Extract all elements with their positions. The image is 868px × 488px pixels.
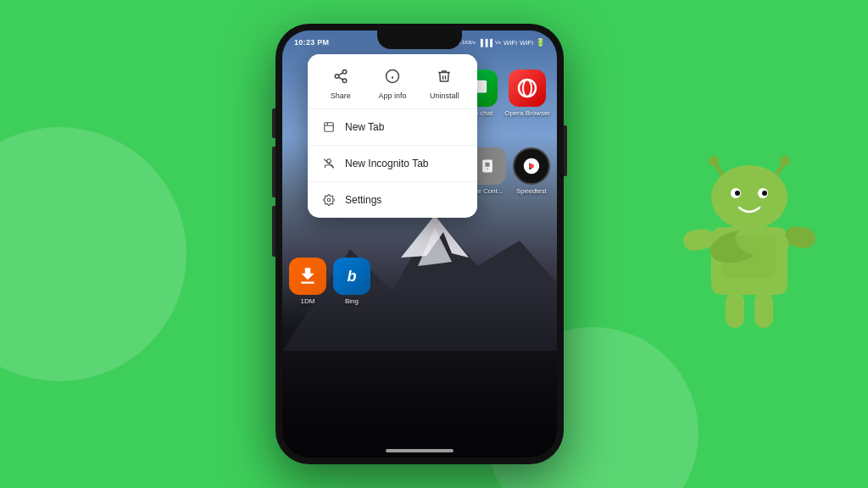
svg-point-23 xyxy=(780,156,790,166)
svg-point-8 xyxy=(342,79,347,83)
app-label-opera: Opera Browser xyxy=(504,109,550,117)
new-incognito-item[interactable]: New Incognito Tab xyxy=(308,146,477,182)
context-menu-items: New Tab New Incognito Tab Settings xyxy=(308,109,477,218)
svg-point-5 xyxy=(529,164,534,169)
app-item-1dm[interactable]: 1DM xyxy=(289,258,326,305)
context-menu: Share App info Uninstall xyxy=(308,54,477,218)
app-item-bing[interactable]: b Bing xyxy=(333,258,370,305)
svg-point-19 xyxy=(327,198,331,202)
speedtest-icon xyxy=(513,147,550,185)
wifi-2: WiFi xyxy=(520,39,533,47)
uninstall-label: Uninstall xyxy=(430,92,459,100)
home-indicator[interactable] xyxy=(386,449,453,452)
new-tab-item[interactable]: New Tab xyxy=(308,109,477,146)
svg-rect-30 xyxy=(682,227,715,252)
svg-point-27 xyxy=(735,191,740,196)
app-label-speedtest: Speedtest xyxy=(516,187,547,195)
app-label-bing: Bing xyxy=(345,297,359,305)
share-label: Share xyxy=(331,92,351,100)
app-label-1dm: 1DM xyxy=(301,297,315,305)
new-tab-icon xyxy=(321,119,337,135)
svg-point-6 xyxy=(342,70,347,75)
battery-icon: 🔋 xyxy=(536,38,545,47)
bing-icon: b xyxy=(333,258,370,295)
settings-item[interactable]: Settings xyxy=(308,182,477,218)
settings-icon xyxy=(321,192,337,208)
svg-line-10 xyxy=(338,73,342,75)
volume-down-button xyxy=(272,147,275,197)
info-icon xyxy=(381,64,404,88)
power-button xyxy=(564,125,567,176)
svg-rect-34 xyxy=(726,292,744,328)
svg-point-7 xyxy=(335,75,339,79)
app-row-3: 1DM b Bing xyxy=(282,251,557,312)
app-item-speedtest[interactable]: Speedtest xyxy=(513,147,550,195)
context-top-bar: Share App info Uninstall xyxy=(308,54,477,109)
volume-up-button xyxy=(272,108,275,138)
svg-line-9 xyxy=(338,77,342,80)
svg-point-3 xyxy=(519,80,536,97)
svg-rect-36 xyxy=(722,236,776,278)
settings-label: Settings xyxy=(345,194,381,206)
network-label: Vo xyxy=(495,40,501,45)
share-action[interactable]: Share xyxy=(314,64,366,100)
phone-container: 10:23 PM 0.1KB/s ▐▐▐ Vo WiFi WiFi 🔋 tk t… xyxy=(275,24,564,464)
signal-bars: ▐▐▐ xyxy=(478,39,492,47)
svg-point-28 xyxy=(762,191,767,196)
1dm-icon xyxy=(289,258,326,295)
svg-rect-35 xyxy=(754,292,773,328)
share-icon xyxy=(329,64,353,88)
android-robot xyxy=(665,138,834,350)
phone-screen: 10:23 PM 0.1KB/s ▐▐▐ Vo WiFi WiFi 🔋 tk t… xyxy=(282,30,557,458)
status-icons: 0.1KB/s ▐▐▐ Vo WiFi WiFi 🔋 xyxy=(458,38,545,47)
svg-point-21 xyxy=(709,156,719,166)
svg-point-4 xyxy=(523,80,531,97)
notch xyxy=(377,30,462,49)
status-time: 10:23 PM xyxy=(294,38,329,47)
silent-button xyxy=(272,206,275,257)
app-info-label: App info xyxy=(378,92,406,100)
app-info-action[interactable]: App info xyxy=(366,64,418,100)
app-item-opera[interactable]: Opera Browser xyxy=(504,69,550,117)
opera-icon xyxy=(509,69,546,107)
uninstall-action[interactable]: Uninstall xyxy=(419,64,470,100)
svg-point-24 xyxy=(711,165,787,230)
wifi-1: WiFi xyxy=(504,39,517,47)
phone-outer: 10:23 PM 0.1KB/s ▐▐▐ Vo WiFi WiFi 🔋 tk t… xyxy=(275,24,564,464)
incognito-icon xyxy=(321,156,337,171)
new-tab-label: New Tab xyxy=(345,121,384,133)
new-incognito-label: New Incognito Tab xyxy=(345,158,429,169)
trash-icon xyxy=(432,64,456,88)
svg-rect-14 xyxy=(325,123,334,132)
